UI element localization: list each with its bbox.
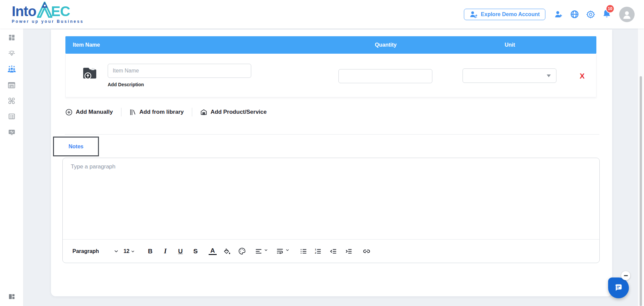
sidebar-item-partnership[interactable] [7, 49, 16, 57]
user-silhouette-icon [622, 9, 632, 19]
add-manually-label: Add Manually [76, 109, 113, 115]
column-header-quantity: Quantity [320, 42, 451, 48]
tab-notes[interactable]: Notes [53, 137, 99, 156]
integrations-icon [8, 97, 15, 105]
quantity-input[interactable] [338, 69, 432, 83]
numbered-list-button[interactable]: 1 2 [314, 248, 322, 255]
sidebar-item-documents[interactable] [7, 112, 16, 120]
logo-text-ec: EC [51, 4, 70, 18]
notifications-button[interactable]: 10 [602, 9, 611, 20]
globe-icon[interactable] [570, 10, 579, 19]
add-actions-row: Add Manually Add from library Add Produc… [65, 107, 267, 117]
svg-text:2: 2 [315, 251, 316, 254]
divider [121, 108, 121, 116]
add-manually-button[interactable]: Add Manually [65, 109, 113, 116]
add-from-library-button[interactable]: Add from library [129, 109, 184, 116]
plus-circle-icon [65, 109, 72, 116]
underline-label: U [178, 248, 183, 255]
chat-widget-button[interactable] [608, 277, 629, 298]
table-row: Add Description X [65, 54, 596, 97]
strikethrough-label: S [194, 248, 198, 255]
column-header-item-name: Item Name [65, 42, 320, 48]
sidebar-item-team-active[interactable] [7, 65, 16, 73]
add-product-service-label: Add Product/Service [211, 109, 267, 115]
items-table-header: Item Name Quantity Unit [65, 36, 596, 54]
notes-editor: Type a paragraph Paragraph 12 B I U S A [62, 158, 600, 263]
add-from-library-label: Add from library [140, 109, 184, 115]
divider [65, 134, 599, 135]
paint-bucket-icon [224, 248, 231, 255]
app-logo[interactable]: Into EC Power up your Business [12, 3, 84, 24]
upload-folder-icon[interactable] [81, 64, 100, 83]
add-product-service-button[interactable]: Add Product/Service [200, 109, 267, 116]
unit-dropdown[interactable] [463, 68, 556, 83]
explore-demo-label: Explore Demo Account [481, 11, 540, 17]
color-palette-button[interactable] [238, 247, 246, 255]
editor-toolbar: Paragraph 12 B I U S A [63, 239, 599, 263]
fill-color-button[interactable] [224, 248, 231, 255]
chevron-down-icon[interactable] [114, 249, 119, 254]
collapse-sidebar-button[interactable] [7, 293, 16, 301]
page-scrollbar-track[interactable] [638, 29, 644, 306]
chevron-down-icon [285, 248, 289, 252]
paragraph-style-label: Paragraph [72, 248, 99, 254]
team-icon [7, 65, 16, 73]
library-icon [129, 109, 136, 116]
left-sidebar [0, 29, 23, 306]
italic-button[interactable]: I [161, 247, 169, 255]
logo-tagline: Power up your Business [12, 19, 84, 24]
person-add-icon[interactable] [554, 10, 563, 19]
chevron-down-icon [131, 249, 135, 253]
indent-icon [345, 248, 353, 255]
numbered-list-icon: 1 2 [314, 248, 322, 255]
notes-editor-content[interactable] [63, 158, 599, 240]
bullet-list-icon [300, 248, 307, 255]
delete-row-button[interactable]: X [580, 72, 585, 97]
sidebar-item-forms[interactable] [7, 81, 16, 89]
font-color-label: A [210, 247, 215, 254]
font-size-value: 12 [123, 248, 129, 254]
font-color-button[interactable]: A [209, 247, 217, 255]
paragraph-style-dropdown[interactable]: Paragraph [72, 248, 99, 254]
notes-editor-placeholder: Type a paragraph [71, 163, 115, 170]
link-icon [363, 247, 371, 255]
sidebar-item-integrations[interactable] [7, 97, 16, 105]
gear-icon[interactable] [586, 10, 595, 19]
strikethrough-button[interactable]: S [192, 248, 200, 255]
chat-bubble-icon [614, 283, 623, 293]
warehouse-icon [200, 109, 207, 116]
indent-button[interactable] [345, 248, 353, 255]
sidebar-item-dashboard[interactable] [7, 34, 16, 42]
page-scrollbar-thumb[interactable] [640, 76, 642, 306]
chevron-down-icon [547, 74, 551, 77]
bold-button[interactable]: B [146, 248, 154, 255]
insert-link-button[interactable] [363, 247, 371, 255]
palette-icon [238, 247, 246, 255]
chevron-down-icon [264, 248, 268, 252]
notes-tab-label: Notes [68, 144, 83, 150]
sidebar-item-activity[interactable] [7, 128, 16, 136]
collapse-sidebar-icon [8, 293, 15, 300]
minimize-icon [624, 275, 628, 276]
underline-button[interactable]: U [176, 248, 184, 255]
logo-text-into: Into [12, 4, 36, 18]
outdent-button[interactable] [330, 248, 337, 255]
activity-monitor-icon [8, 129, 15, 136]
svg-text:1: 1 [315, 248, 316, 251]
item-name-input[interactable] [108, 64, 251, 78]
text-align-dropdown[interactable] [255, 248, 268, 255]
bold-label: B [148, 248, 153, 255]
chat-minimize-button[interactable] [621, 271, 630, 280]
avatar[interactable] [619, 7, 635, 22]
text-wrap-dropdown[interactable] [276, 247, 289, 255]
documents-icon [8, 113, 15, 120]
explore-demo-account-button[interactable]: Explore Demo Account [464, 9, 545, 20]
outdent-icon [330, 248, 337, 255]
bullet-list-button[interactable] [300, 248, 307, 255]
main-content-card: Item Name Quantity Unit Add Description [51, 30, 612, 296]
add-description-link[interactable]: Add Description [108, 82, 144, 87]
font-size-dropdown[interactable]: 12 [123, 248, 135, 254]
divider [192, 108, 192, 116]
switch-account-icon [470, 11, 478, 18]
notification-badge: 10 [606, 4, 614, 13]
